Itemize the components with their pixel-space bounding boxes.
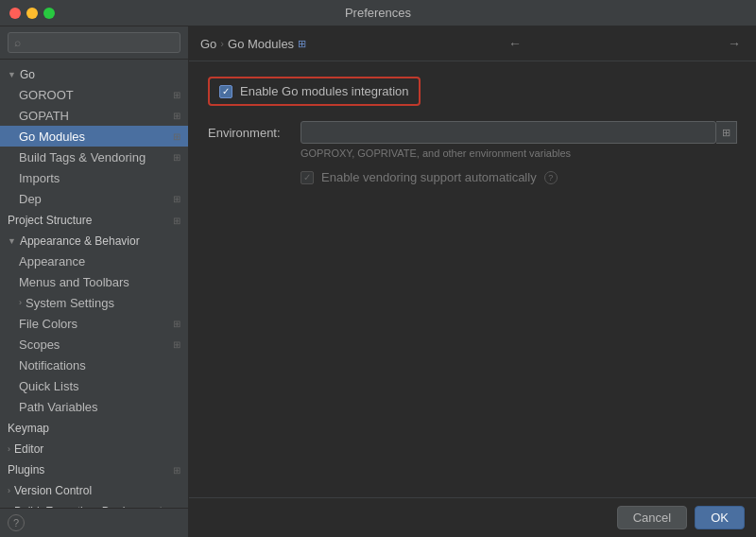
sidebar-item-system-settings[interactable]: › System Settings xyxy=(0,292,188,313)
sidebar-item-notifications-label: Notifications xyxy=(19,358,86,372)
maximize-button[interactable] xyxy=(43,8,55,19)
content-header: Go › Go Modules ⊞ ← → xyxy=(189,26,756,61)
sidebar-item-file-colors-label: File Colors xyxy=(19,317,77,331)
expand-arrow-build: › xyxy=(8,507,10,508)
sidebar-item-plugins-label: Plugins xyxy=(8,463,44,476)
sidebar-item-quick-lists[interactable]: Quick Lists xyxy=(0,375,188,396)
sidebar-item-appearance-label: Appearance xyxy=(19,254,85,268)
window-controls xyxy=(9,8,55,19)
breadcrumb-root: Go xyxy=(200,37,216,51)
sidebar-item-imports[interactable]: Imports xyxy=(0,167,188,188)
settings-icon-modules: ⊞ xyxy=(173,131,180,142)
sidebar-bottom: ? xyxy=(0,508,188,537)
breadcrumb-child: Go Modules xyxy=(228,37,294,51)
expand-arrow-editor: › xyxy=(8,444,10,454)
sidebar-tree: ▼ Go GOROOT ⊞ GOPATH ⊞ Go Modules ⊞ Buil… xyxy=(0,60,188,508)
vendoring-row: ✓ Enable vendoring support automatically… xyxy=(301,170,737,184)
environment-expand-button[interactable]: ⊞ xyxy=(716,121,737,144)
main-container: ▼ Go GOROOT ⊞ GOPATH ⊞ Go Modules ⊞ Buil… xyxy=(0,26,756,537)
title-bar: Preferences xyxy=(0,0,756,26)
sidebar-item-go-modules-label: Go Modules xyxy=(19,130,85,144)
search-bar xyxy=(0,26,188,60)
sidebar-item-goroot[interactable]: GOROOT ⊞ xyxy=(0,84,188,105)
sidebar-item-appearance[interactable]: Appearance xyxy=(0,251,188,271)
help-button[interactable]: ? xyxy=(8,514,25,531)
window-title: Preferences xyxy=(345,6,411,20)
breadcrumb: Go › Go Modules ⊞ xyxy=(200,37,306,51)
vendoring-checkbox[interactable]: ✓ xyxy=(301,171,314,184)
settings-icon-project: ⊞ xyxy=(173,216,180,226)
enable-modules-row[interactable]: ✓ Enable Go modules integration xyxy=(208,77,421,106)
sidebar-item-menus-toolbars[interactable]: Menus and Toolbars xyxy=(0,271,188,292)
sidebar-item-notifications[interactable]: Notifications xyxy=(0,355,188,375)
sidebar-item-path-variables-label: Path Variables xyxy=(19,400,98,414)
sidebar-item-keymap[interactable]: Keymap xyxy=(0,417,188,438)
environment-label: Environment: xyxy=(208,126,293,140)
settings-icon-dep: ⊞ xyxy=(173,194,180,204)
sidebar-item-build-tags[interactable]: Build Tags & Vendoring ⊞ xyxy=(0,147,188,167)
sidebar-item-plugins[interactable]: Plugins ⊞ xyxy=(0,459,188,479)
environment-hint: GOPROXY, GOPRIVATE, and other environmen… xyxy=(301,147,737,159)
breadcrumb-separator: › xyxy=(220,38,224,49)
environment-input-wrap: ⊞ xyxy=(301,121,737,144)
sidebar-item-build-tags-label: Build Tags & Vendoring xyxy=(19,150,146,165)
settings-icon-plugins: ⊞ xyxy=(173,465,180,476)
enable-modules-label: Enable Go modules integration xyxy=(240,84,409,98)
sidebar-item-gopath[interactable]: GOPATH ⊞ xyxy=(0,105,188,126)
environment-input[interactable] xyxy=(301,121,716,144)
settings-icon-gopath: ⊞ xyxy=(173,111,180,121)
nav-back-button[interactable]: ← xyxy=(505,34,525,53)
sidebar-item-appearance-behavior-label: Appearance & Behavior xyxy=(20,234,140,248)
sidebar-item-editor[interactable]: › Editor xyxy=(0,438,188,459)
settings-icon-scopes: ⊞ xyxy=(173,339,180,350)
sidebar-item-project-structure[interactable]: Project Structure ⊞ xyxy=(0,209,188,230)
sidebar-item-quick-lists-label: Quick Lists xyxy=(19,379,79,393)
sidebar-item-menus-toolbars-label: Menus and Toolbars xyxy=(19,275,129,289)
sidebar-item-scopes[interactable]: Scopes ⊞ xyxy=(0,334,188,355)
settings-icon-build: ⊞ xyxy=(173,152,180,163)
sidebar-item-version-control-label: Version Control xyxy=(14,484,92,497)
sidebar-item-go-modules[interactable]: Go Modules ⊞ xyxy=(0,126,188,147)
sidebar-item-version-control[interactable]: › Version Control xyxy=(0,479,188,500)
sidebar-item-imports-label: Imports xyxy=(19,171,60,185)
sidebar-item-appearance-behavior[interactable]: ▼ Appearance & Behavior xyxy=(0,230,188,251)
vendoring-help-icon[interactable]: ? xyxy=(544,171,558,184)
settings-icon-file-colors: ⊞ xyxy=(173,319,180,329)
sidebar-item-file-colors[interactable]: File Colors ⊞ xyxy=(0,313,188,334)
sidebar-item-system-settings-label: System Settings xyxy=(26,296,114,310)
expand-arrow-go: ▼ xyxy=(8,70,16,79)
nav-forward-button[interactable]: → xyxy=(724,34,745,53)
sidebar-item-path-variables[interactable]: Path Variables xyxy=(0,396,188,417)
cancel-button[interactable]: Cancel xyxy=(617,506,687,529)
sidebar-item-project-structure-label: Project Structure xyxy=(8,214,92,227)
sidebar-item-go-label: Go xyxy=(20,68,35,81)
sidebar-item-keymap-label: Keymap xyxy=(8,422,49,435)
expand-arrow-vc: › xyxy=(8,486,10,495)
search-input[interactable] xyxy=(8,32,180,53)
minimize-button[interactable] xyxy=(26,8,38,19)
content-body: ✓ Enable Go modules integration Environm… xyxy=(189,61,756,497)
expand-arrow-appearance: ▼ xyxy=(8,236,16,246)
close-button[interactable] xyxy=(9,8,21,19)
sidebar-item-build-exec-label: Build, Execution, Deployment xyxy=(14,505,163,508)
environment-row: Environment: ⊞ xyxy=(208,121,737,144)
content-footer: Cancel OK xyxy=(189,497,756,537)
vendoring-label: Enable vendoring support automatically xyxy=(321,170,537,184)
sidebar-item-gopath-label: GOPATH xyxy=(19,109,69,123)
sidebar-item-dep[interactable]: Dep ⊞ xyxy=(0,188,188,209)
sidebar-item-go[interactable]: ▼ Go xyxy=(0,63,188,84)
breadcrumb-icon: ⊞ xyxy=(298,38,306,50)
content-area: Go › Go Modules ⊞ ← → ✓ Enable Go module… xyxy=(189,26,756,537)
sidebar: ▼ Go GOROOT ⊞ GOPATH ⊞ Go Modules ⊞ Buil… xyxy=(0,26,189,537)
expand-arrow-system: › xyxy=(19,298,22,307)
sidebar-item-editor-label: Editor xyxy=(14,442,43,456)
ok-button[interactable]: OK xyxy=(695,506,745,529)
settings-icon-goroot: ⊞ xyxy=(173,90,180,100)
enable-modules-checkbox[interactable]: ✓ xyxy=(219,85,232,98)
sidebar-item-scopes-label: Scopes xyxy=(19,338,60,352)
sidebar-item-dep-label: Dep xyxy=(19,192,42,206)
sidebar-item-build-exec[interactable]: › Build, Execution, Deployment xyxy=(0,500,188,508)
sidebar-item-goroot-label: GOROOT xyxy=(19,88,74,102)
